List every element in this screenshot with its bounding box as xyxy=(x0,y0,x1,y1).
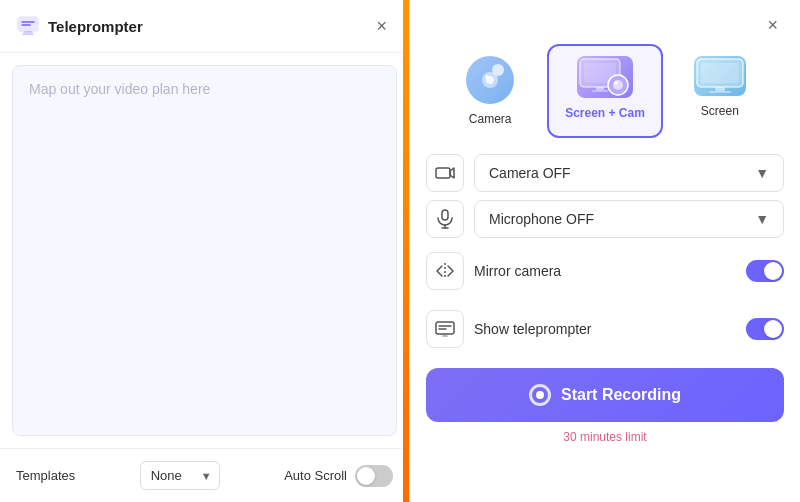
right-header: × xyxy=(410,0,800,36)
svg-point-3 xyxy=(485,75,489,79)
auto-scroll-toggle[interactable] xyxy=(355,465,393,487)
show-teleprompter-label: Show teleprompter xyxy=(474,321,736,337)
show-teleprompter-row: Show teleprompter xyxy=(426,304,784,354)
auto-scroll-group: Auto Scroll xyxy=(284,465,393,487)
show-teleprompter-toggle[interactable] xyxy=(746,318,784,340)
camera-icon-wrapper xyxy=(426,154,464,192)
teleprompter-control-icon-wrapper xyxy=(426,310,464,348)
title-group: Teleprompter xyxy=(16,14,143,38)
mirror-icon-wrapper xyxy=(426,252,464,290)
teleprompter-panel: Teleprompter × Map out your video plan h… xyxy=(0,0,410,502)
mode-tabs: Camera Screen + Cam xyxy=(410,36,800,154)
start-recording-label: Start Recording xyxy=(561,386,681,404)
mirror-camera-row: Mirror camera xyxy=(426,246,784,296)
teleprompter-control-icon xyxy=(435,320,455,338)
recording-circle-icon xyxy=(529,384,551,406)
svg-rect-9 xyxy=(596,87,604,90)
mirror-camera-toggle[interactable] xyxy=(746,260,784,282)
panel-title: Teleprompter xyxy=(48,18,143,35)
microphone-control-row: Microphone OFF ▼ xyxy=(426,200,784,238)
teleprompter-icon xyxy=(16,14,40,38)
svg-rect-10 xyxy=(592,90,608,92)
recording-panel: × Camera xyxy=(410,0,800,502)
panel-header: Teleprompter × xyxy=(0,0,409,53)
start-recording-button[interactable]: Start Recording xyxy=(426,368,784,422)
camera-dropdown-chevron-icon: ▼ xyxy=(755,165,769,181)
screen-tab-icon xyxy=(694,56,746,96)
svg-rect-16 xyxy=(442,210,448,220)
screencam-tab-label: Screen + Cam xyxy=(565,106,645,120)
panel-footer: Templates None ▼ Auto Scroll xyxy=(0,448,409,502)
svg-point-7 xyxy=(613,80,623,90)
svg-rect-15 xyxy=(436,168,450,178)
recording-close-button[interactable]: × xyxy=(761,14,784,36)
controls-section: Camera OFF ▼ Microphone OFF ▼ xyxy=(410,154,800,354)
orange-accent-bar xyxy=(403,0,409,502)
microphone-dropdown[interactable]: Microphone OFF ▼ xyxy=(474,200,784,238)
camera-dropdown[interactable]: Camera OFF ▼ xyxy=(474,154,784,192)
teleprompter-placeholder: Map out your video plan here xyxy=(29,81,210,97)
microphone-icon-wrapper xyxy=(426,200,464,238)
tab-screencam[interactable]: Screen + Cam xyxy=(547,44,663,138)
tab-screen[interactable]: Screen xyxy=(675,44,765,138)
camera-dropdown-label: Camera OFF xyxy=(489,165,571,181)
time-limit-text: 30 minutes limit xyxy=(410,426,800,452)
teleprompter-close-button[interactable]: × xyxy=(370,15,393,37)
svg-rect-12 xyxy=(701,63,739,83)
teleprompter-textarea[interactable]: Map out your video plan here xyxy=(12,65,397,436)
recording-dot-icon xyxy=(536,391,544,399)
camera-tab-icon xyxy=(466,56,514,104)
svg-rect-14 xyxy=(709,91,731,93)
camera-control-icon xyxy=(435,164,455,182)
auto-scroll-label: Auto Scroll xyxy=(284,468,347,483)
screencam-tab-icon xyxy=(577,56,633,98)
svg-rect-13 xyxy=(715,87,725,91)
svg-rect-20 xyxy=(436,322,454,334)
camera-tab-label: Camera xyxy=(469,112,512,126)
camera-control-row: Camera OFF ▼ xyxy=(426,154,784,192)
templates-label: Templates xyxy=(16,468,75,483)
microphone-dropdown-chevron-icon: ▼ xyxy=(755,211,769,227)
tab-camera[interactable]: Camera xyxy=(445,44,535,138)
svg-rect-0 xyxy=(18,17,38,31)
microphone-control-icon xyxy=(436,209,454,229)
mirror-control-icon xyxy=(435,262,455,280)
templates-select[interactable]: None xyxy=(140,461,220,490)
microphone-dropdown-label: Microphone OFF xyxy=(489,211,594,227)
templates-select-wrapper: None ▼ xyxy=(140,461,220,490)
mirror-camera-label: Mirror camera xyxy=(474,263,736,279)
svg-point-8 xyxy=(614,81,618,85)
screen-tab-label: Screen xyxy=(701,104,739,118)
